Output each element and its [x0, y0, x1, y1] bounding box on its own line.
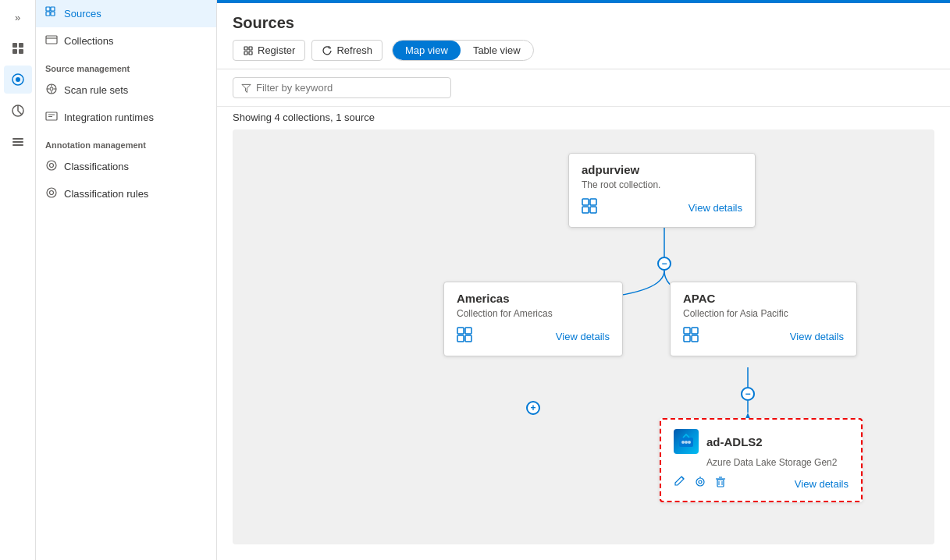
refresh-icon: [322, 45, 333, 56]
apac-collection-card: APAC Collection for Asia Pacific View de…: [670, 282, 857, 356]
svg-rect-61: [717, 480, 724, 487]
adls-icon: [674, 429, 699, 454]
sidebar-item-sources[interactable]: Sources: [36, 0, 216, 27]
svg-rect-9: [12, 144, 23, 146]
scan-rule-sets-icon: [45, 83, 58, 97]
svg-point-56: [688, 441, 691, 444]
svg-point-54: [681, 441, 685, 444]
svg-rect-13: [51, 12, 55, 16]
svg-rect-3: [19, 49, 23, 54]
toolbar: Register Refresh Map view Table view: [233, 40, 934, 69]
svg-rect-12: [46, 12, 50, 16]
svg-point-25: [47, 161, 56, 170]
view-toggle: Map view Table view: [392, 40, 534, 61]
apac-card-title: APAC: [683, 292, 844, 305]
source-card-ad-adls2: ad-ADLS2 Azure Data Lake Storage Gen2: [660, 418, 863, 502]
svg-point-26: [50, 164, 54, 168]
svg-point-59: [699, 480, 702, 484]
collections-icon: [45, 34, 58, 48]
refresh-button[interactable]: Refresh: [311, 40, 382, 61]
register-button[interactable]: Register: [233, 40, 305, 61]
management-icon[interactable]: [4, 128, 32, 156]
apac-collapse-button[interactable]: −: [741, 387, 755, 401]
classifications-label: Classifications: [64, 161, 129, 172]
americas-card-subtitle: Collection for Americas: [457, 308, 610, 319]
page-title: Sources: [233, 14, 934, 32]
svg-rect-30: [249, 47, 252, 50]
svg-rect-51: [684, 335, 690, 342]
icon-rail: »: [0, 0, 36, 560]
showing-label: Showing 4 collections, 1 source: [217, 107, 950, 129]
root-view-details-link[interactable]: View details: [688, 202, 742, 214]
svg-rect-50: [692, 328, 698, 334]
home-icon[interactable]: [4, 34, 32, 62]
svg-rect-45: [457, 328, 464, 334]
americas-expand-button[interactable]: +: [526, 401, 540, 415]
svg-point-55: [685, 441, 688, 444]
sidebar-item-scan-rule-sets[interactable]: Scan rule sets: [36, 76, 216, 104]
americas-card-icon: [457, 327, 472, 346]
classification-rules-label: Classification rules: [64, 188, 148, 200]
source-card-header: ad-ADLS2: [674, 429, 849, 454]
americas-collection-card: Americas Collection for Americas View de…: [443, 282, 623, 356]
source-footer: View details: [674, 476, 849, 491]
svg-rect-48: [465, 335, 471, 342]
map-view-button[interactable]: Map view: [393, 41, 461, 60]
root-card-subtitle: The root collection.: [582, 179, 742, 190]
svg-rect-42: [590, 199, 596, 205]
root-card-footer: View details: [582, 198, 742, 218]
expand-collapse-icon[interactable]: »: [4, 3, 32, 31]
svg-point-28: [50, 191, 54, 195]
root-collapse-button[interactable]: −: [657, 257, 671, 271]
catalog-icon[interactable]: [4, 66, 32, 94]
svg-rect-0: [12, 43, 17, 48]
classification-rules-icon: [45, 186, 58, 201]
filter-bar: [217, 69, 950, 107]
apac-view-details-link[interactable]: View details: [790, 331, 844, 342]
svg-rect-2: [12, 49, 17, 54]
classifications-icon: [45, 159, 58, 174]
svg-rect-31: [244, 51, 247, 55]
svg-rect-32: [249, 51, 252, 55]
svg-rect-41: [582, 199, 589, 205]
table-view-button[interactable]: Table view: [461, 41, 533, 60]
source-actions: [674, 476, 727, 491]
svg-rect-1: [19, 43, 23, 48]
svg-rect-44: [590, 207, 596, 213]
main-content: Sources Register Refresh Map view: [217, 0, 950, 560]
svg-point-17: [50, 87, 53, 90]
filter-input-container[interactable]: [233, 77, 451, 98]
sidebar-item-integration-runtimes[interactable]: Integration runtimes: [36, 104, 216, 131]
sidebar-sources-label: Sources: [64, 8, 101, 19]
edit-icon[interactable]: [674, 476, 686, 491]
delete-icon[interactable]: [714, 476, 727, 491]
svg-line-57: [681, 477, 684, 479]
map-area[interactable]: adpurview The root collection. View deta…: [233, 129, 934, 544]
svg-point-27: [47, 188, 56, 197]
root-card-icon: [582, 198, 597, 218]
svg-rect-46: [465, 328, 471, 334]
source-view-details-link[interactable]: View details: [795, 478, 849, 490]
sidebar: Sources Collections Source management Sc…: [36, 0, 217, 560]
svg-rect-8: [12, 141, 23, 143]
sidebar-item-classification-rules[interactable]: Classification rules: [36, 180, 216, 207]
main-header: Sources Register Refresh Map view: [217, 3, 950, 69]
filter-keyword-input[interactable]: [256, 82, 443, 94]
source-type: Azure Data Lake Storage Gen2: [674, 457, 849, 468]
sidebar-item-collections[interactable]: Collections: [36, 27, 216, 55]
insights-icon[interactable]: [4, 97, 32, 125]
americas-card-title: Americas: [457, 292, 610, 305]
americas-view-details-link[interactable]: View details: [556, 331, 610, 342]
americas-card-footer: View details: [457, 327, 610, 346]
scan-icon[interactable]: [694, 476, 706, 491]
integration-runtimes-label: Integration runtimes: [64, 112, 154, 123]
sidebar-item-classifications[interactable]: Classifications: [36, 153, 216, 180]
svg-rect-10: [46, 7, 50, 11]
apac-card-icon: [683, 327, 699, 346]
svg-rect-14: [46, 36, 57, 44]
svg-rect-11: [51, 7, 55, 11]
apac-card-footer: View details: [683, 327, 844, 346]
source-name: ad-ADLS2: [706, 435, 763, 448]
register-icon: [243, 45, 254, 56]
sources-icon: [45, 6, 58, 21]
